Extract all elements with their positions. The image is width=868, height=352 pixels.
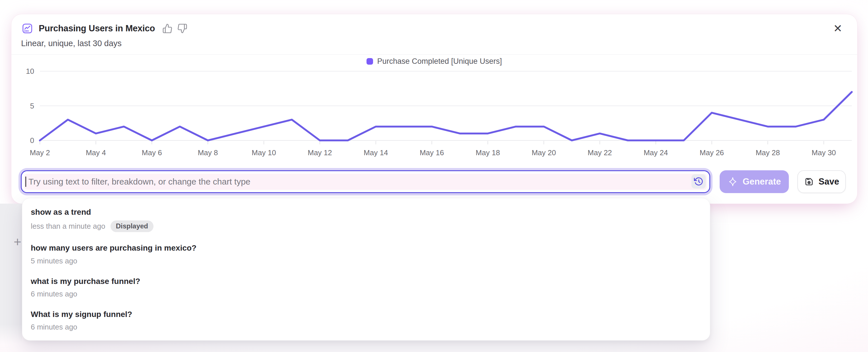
history-item[interactable]: What is my signup funnel? 6 minutes ago <box>22 304 710 337</box>
history-query: What is my signup funnel? <box>31 309 702 320</box>
history-meta: less than a minute ago Displayed <box>31 220 702 232</box>
card-header: Purchasing Users in Mexico <box>22 23 187 34</box>
close-button[interactable]: ✕ <box>831 22 845 35</box>
history-time: less than a minute ago <box>31 222 105 231</box>
header-divider <box>11 54 857 55</box>
add-icon[interactable]: + <box>14 235 21 248</box>
history-meta: 5 minutes ago <box>31 257 702 265</box>
legend-label: Purchase Completed [Unique Users] <box>377 57 502 66</box>
thumbs-down-button[interactable] <box>177 23 187 34</box>
thumbs-up-button[interactable] <box>162 23 173 34</box>
history-icon <box>694 177 704 186</box>
feedback-buttons <box>162 23 187 34</box>
history-meta: 6 minutes ago <box>31 290 702 298</box>
history-time: 6 minutes ago <box>31 323 77 331</box>
close-icon: ✕ <box>833 23 842 34</box>
insight-card: Purchasing Users in Mexico ✕ Linear, uni… <box>11 14 857 204</box>
chart-icon <box>22 23 33 34</box>
history-query: what is my purchase funnel? <box>31 276 702 287</box>
history-item[interactable]: show as a trend less than a minute ago D… <box>22 202 710 237</box>
save-button[interactable]: Save <box>797 170 846 193</box>
text-caret <box>25 177 26 187</box>
save-label: Save <box>818 177 839 187</box>
sparkle-icon <box>727 177 738 187</box>
legend-swatch <box>367 58 373 65</box>
history-time: 6 minutes ago <box>31 290 77 298</box>
history-meta: 6 minutes ago <box>31 323 702 331</box>
prompt-history-button[interactable] <box>691 174 706 189</box>
thumbs-down-icon <box>177 23 187 34</box>
thumbs-up-icon <box>162 23 173 34</box>
ai-prompt-input[interactable] <box>21 170 710 193</box>
displayed-badge: Displayed <box>111 220 154 232</box>
chart-subtitle: Linear, unique, last 30 days <box>21 39 122 48</box>
save-icon <box>804 177 814 187</box>
history-item[interactable]: how many users are purchasing in mexico?… <box>22 237 710 270</box>
chart-legend[interactable]: Purchase Completed [Unique Users] <box>11 57 857 66</box>
generate-label: Generate <box>743 177 781 187</box>
generate-button[interactable]: Generate <box>720 170 789 193</box>
history-item[interactable]: what is my purchase funnel? 6 minutes ag… <box>22 271 710 304</box>
page-background-strip <box>0 204 22 344</box>
history-query: how many users are purchasing in mexico? <box>31 243 702 253</box>
page-title: Purchasing Users in Mexico <box>39 23 155 34</box>
history-time: 5 minutes ago <box>31 257 77 265</box>
prompt-history-dropdown: show as a trend less than a minute ago D… <box>22 198 710 341</box>
history-query: show as a trend <box>31 207 702 217</box>
